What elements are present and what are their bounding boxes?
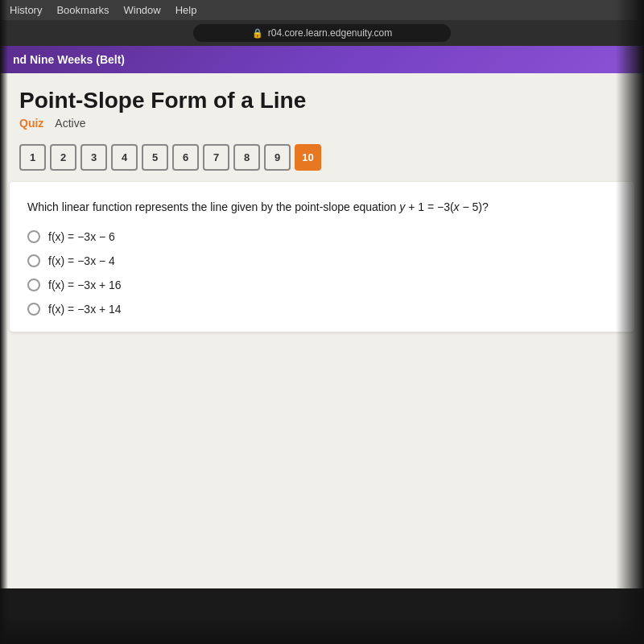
q-btn-1[interactable]: 1 (19, 144, 46, 171)
q-btn-6[interactable]: 6 (172, 144, 199, 171)
q-btn-10[interactable]: 10 (295, 144, 321, 171)
site-header: nd Nine Weeks (Belt) (0, 46, 644, 73)
q-btn-4[interactable]: 4 (111, 144, 138, 171)
option-3-text: f(x) = −3x + 16 (48, 279, 122, 291)
option-2-text: f(x) = −3x − 4 (48, 254, 115, 267)
radio-1[interactable] (27, 230, 40, 243)
option-1[interactable]: f(x) = −3x − 6 (27, 230, 617, 243)
option-1-text: f(x) = −3x − 6 (48, 230, 115, 243)
option-4[interactable]: f(x) = −3x + 14 (27, 303, 617, 316)
url-text: r04.core.learn.edgenuity.com (268, 27, 393, 39)
option-3[interactable]: f(x) = −3x + 16 (27, 279, 617, 291)
active-label: Active (55, 117, 85, 130)
address-bar[interactable]: 🔒 r04.core.learn.edgenuity.com (193, 24, 451, 42)
q-btn-2[interactable]: 2 (50, 144, 76, 171)
quiz-label: Quiz (19, 117, 43, 130)
page-title: Point-Slope Form of a Line (19, 88, 625, 114)
breadcrumb: nd Nine Weeks (Belt) (13, 53, 125, 66)
bookmarks-menu[interactable]: Bookmarks (56, 4, 109, 16)
window-menu[interactable]: Window (123, 4, 160, 16)
address-bar-row: 🔒 r04.core.learn.edgenuity.com (0, 20, 644, 46)
menu-bar: History Bookmarks Window Help (0, 0, 644, 20)
page-title-section: Point-Slope Form of a Line Quiz Active (0, 88, 644, 144)
q-btn-9[interactable]: 9 (264, 144, 291, 171)
q-btn-7[interactable]: 7 (203, 144, 229, 171)
radio-2[interactable] (27, 254, 40, 267)
q-btn-8[interactable]: 8 (233, 144, 260, 171)
quiz-status-row: Quiz Active (19, 117, 625, 130)
option-4-text: f(x) = −3x + 14 (48, 303, 122, 316)
lock-icon: 🔒 (252, 28, 263, 39)
q-btn-5[interactable]: 5 (142, 144, 168, 171)
help-menu[interactable]: Help (175, 4, 197, 16)
option-2[interactable]: f(x) = −3x − 4 (27, 254, 617, 267)
question-text: Which linear function represents the lin… (27, 198, 617, 216)
question-nav: 1 2 3 4 5 6 7 8 9 10 (0, 144, 644, 182)
question-card: Which linear function represents the lin… (10, 182, 634, 332)
radio-4[interactable] (27, 303, 40, 316)
radio-3[interactable] (27, 279, 40, 291)
answer-options: f(x) = −3x − 6 f(x) = −3x − 4 f(x) = −3x… (27, 230, 617, 316)
q-btn-3[interactable]: 3 (80, 144, 107, 171)
history-menu[interactable]: History (10, 4, 42, 16)
main-content: Point-Slope Form of a Line Quiz Active 1… (0, 73, 644, 588)
